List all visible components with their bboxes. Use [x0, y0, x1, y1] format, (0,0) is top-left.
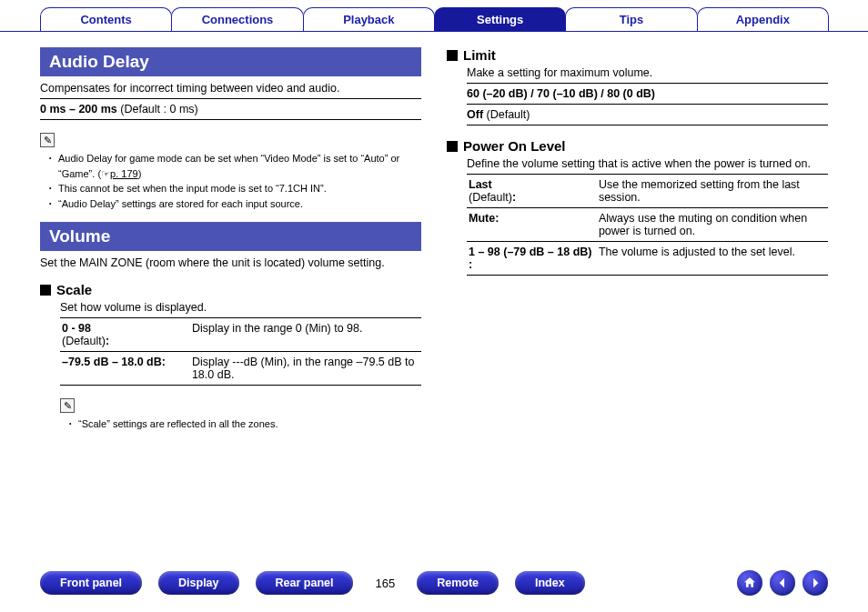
opt-colon: :: [512, 191, 516, 204]
square-bullet-icon: [447, 141, 458, 152]
subsection-limit: Limit: [447, 47, 828, 63]
page-ref-icon: ☞: [101, 168, 110, 179]
tab-playback[interactable]: Playback: [303, 7, 435, 31]
opt-val: Use the memorized setting from the last …: [597, 175, 828, 208]
subsection-power-on-level: Power On Level: [447, 138, 828, 154]
pol-options-table: Last (Default): Use the memorized settin…: [467, 174, 828, 276]
table-row: Mute: Always use the muting on condition…: [467, 208, 828, 242]
divider: [40, 119, 421, 120]
audio-delay-range-tail: (Default : 0 ms): [117, 103, 198, 115]
tab-contents[interactable]: Contents: [40, 7, 172, 31]
pencil-icon: ✎: [60, 398, 75, 413]
limit-off: Off: [467, 108, 483, 121]
front-panel-button[interactable]: Front panel: [40, 571, 142, 595]
note-item: This cannot be set when the input mode i…: [49, 181, 421, 196]
note-item: Audio Delay for game mode can be set whe…: [49, 151, 421, 181]
display-button[interactable]: Display: [158, 571, 238, 595]
main-content: Audio Delay Compensates for incorrect ti…: [0, 35, 868, 432]
section-audio-delay-title: Audio Delay: [40, 47, 421, 76]
audio-delay-range: 0 ms – 200 ms (Default : 0 ms): [40, 101, 421, 117]
pol-desc: Define the volume setting that is active…: [467, 157, 828, 170]
prev-icon[interactable]: [770, 570, 795, 596]
note-item: “Scale” settings are reflected in all th…: [69, 416, 421, 432]
remote-button[interactable]: Remote: [417, 571, 499, 595]
volume-desc: Set the MAIN ZONE (room where the unit i…: [40, 256, 421, 269]
tab-underline: [0, 31, 868, 32]
pol-title: Power On Level: [463, 138, 566, 154]
right-column: Limit Make a setting for maximum volume.…: [447, 47, 828, 432]
page-link[interactable]: p. 179: [110, 168, 138, 179]
divider: [467, 83, 828, 84]
limit-line1: 60 (–20 dB) / 70 (–10 dB) / 80 (0 dB): [467, 87, 655, 100]
audio-delay-desc: Compensates for incorrect timing between…: [40, 82, 421, 95]
rear-panel-button[interactable]: Rear panel: [256, 571, 354, 595]
scale-options-table: 0 - 98 (Default): Display in the range 0…: [60, 317, 421, 386]
left-column: Audio Delay Compensates for incorrect ti…: [40, 47, 421, 432]
home-icon[interactable]: [737, 570, 762, 596]
limit-off-tail: (Default): [483, 108, 530, 121]
opt-val: Always use the muting on condition when …: [597, 208, 828, 242]
table-row: 0 - 98 (Default): Display in the range 0…: [60, 318, 421, 352]
audio-delay-notes: ✎ Audio Delay for game mode can be set w…: [40, 133, 421, 211]
opt-key: Mute:: [469, 212, 499, 225]
note-item: “Audio Delay” settings are stored for ea…: [49, 196, 421, 212]
footer-nav: Front panel Display Rear panel 165 Remot…: [0, 570, 868, 596]
tab-settings[interactable]: Settings: [434, 7, 566, 31]
opt-default: (Default): [62, 335, 106, 347]
square-bullet-icon: [447, 50, 458, 61]
divider: [40, 98, 421, 99]
limit-options: 60 (–20 dB) / 70 (–10 dB) / 80 (0 dB) Of…: [467, 83, 828, 125]
note-tail: ): [138, 168, 142, 179]
opt-colon: :: [106, 335, 109, 347]
opt-key: 0 - 98: [62, 322, 91, 335]
opt-val: Display ---dB (Min), in the range –79.5 …: [190, 352, 421, 386]
divider: [467, 125, 828, 125]
tab-appendix[interactable]: Appendix: [697, 7, 829, 31]
next-icon[interactable]: [802, 570, 828, 596]
table-row: 1 – 98 (–79 dB – 18 dB) : The volume is …: [467, 242, 828, 276]
opt-val: The volume is adjusted to the set level.: [597, 242, 828, 276]
subsection-scale: Scale: [40, 282, 421, 297]
square-bullet-icon: [40, 285, 51, 296]
scale-notes: ✎ “Scale” settings are reflected in all …: [60, 398, 421, 432]
table-row: Last (Default): Use the memorized settin…: [467, 175, 828, 208]
tab-tips[interactable]: Tips: [565, 7, 697, 31]
opt-key: –79.5 dB – 18.0 dB:: [62, 356, 166, 368]
scale-title: Scale: [56, 282, 92, 297]
section-volume-title: Volume: [40, 222, 421, 251]
audio-delay-range-bold: 0 ms – 200 ms: [40, 103, 117, 115]
limit-title: Limit: [463, 47, 496, 63]
tab-connections[interactable]: Connections: [171, 7, 303, 31]
opt-key: 1 – 98 (–79 dB – 18 dB) :: [469, 246, 591, 271]
page-number: 165: [369, 577, 400, 590]
scale-desc: Set how volume is displayed.: [60, 301, 421, 314]
limit-desc: Make a setting for maximum volume.: [467, 66, 828, 79]
top-tab-nav: Contents Connections Playback Settings T…: [0, 0, 868, 35]
index-button[interactable]: Index: [515, 571, 585, 595]
opt-key: Last: [469, 178, 492, 191]
table-row: –79.5 dB – 18.0 dB: Display ---dB (Min),…: [60, 352, 421, 386]
opt-default: (Default): [469, 191, 512, 204]
footer-nav-icons: [737, 570, 828, 596]
divider: [467, 104, 828, 105]
opt-val: Display in the range 0 (Min) to 98.: [190, 318, 421, 352]
pencil-icon: ✎: [40, 133, 55, 147]
